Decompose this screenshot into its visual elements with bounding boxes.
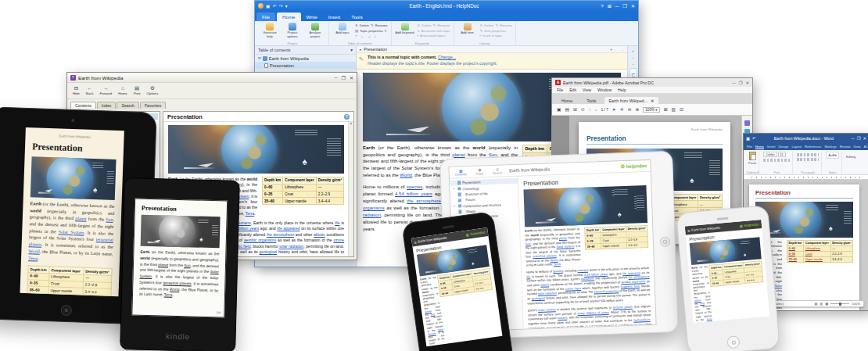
ribbon-tab[interactable]: Layout bbox=[791, 145, 802, 149]
zoom-out-icon[interactable]: ⊖ bbox=[628, 107, 632, 112]
mobile-content[interactable]: Presentation ♠ Earth (or the Earth), oth… bbox=[686, 228, 769, 323]
text-link[interactable]: Terra bbox=[246, 211, 254, 216]
text-link[interactable]: many millions of years bbox=[577, 311, 608, 315]
zoom-slider[interactable] bbox=[830, 303, 849, 304]
text-link[interactable]: the atmosphere bbox=[267, 232, 294, 237]
menu-item[interactable]: Edit bbox=[569, 88, 576, 92]
add-keyword-button[interactable]: Add keyword bbox=[395, 23, 415, 38]
hand-tool-icon[interactable]: ✛ bbox=[620, 107, 624, 112]
text-link[interactable]: World bbox=[170, 287, 179, 291]
home-button[interactable] bbox=[61, 305, 72, 316]
help-icon[interactable]: ? bbox=[601, 3, 603, 9]
mail-icon[interactable]: ✉ bbox=[573, 107, 577, 112]
change-link[interactable]: Change... bbox=[438, 55, 456, 59]
text-link[interactable]: Terra bbox=[28, 256, 38, 260]
text-link[interactable]: humans bbox=[577, 269, 588, 272]
text-link[interactable]: life appeared bbox=[622, 271, 640, 275]
text-link[interactable]: magnetic field bbox=[621, 285, 640, 288]
print-layout-icon[interactable]: ▥ bbox=[820, 302, 823, 306]
maximize-icon[interactable]: ❐ bbox=[622, 3, 627, 9]
tab-write[interactable]: Write bbox=[301, 13, 323, 21]
close-icon[interactable]: ✕ bbox=[350, 75, 353, 81]
ribbon-tab[interactable]: ACROBAT bbox=[864, 145, 868, 149]
text-link[interactable]: outer surface bbox=[538, 308, 556, 312]
previous-page-icon[interactable]: ↑ bbox=[589, 107, 591, 112]
text-link[interactable]: terrestrial planets bbox=[163, 281, 191, 285]
undo-icon[interactable]: ↶ bbox=[273, 3, 277, 9]
chm-tab[interactable]: Search bbox=[117, 102, 138, 109]
maximize-icon[interactable]: ❐ bbox=[342, 75, 346, 81]
text-link[interactable]: abiotic bbox=[314, 232, 325, 237]
text-link[interactable]: tectonic plates bbox=[613, 306, 633, 310]
minimize-icon[interactable]: ─ bbox=[733, 81, 736, 85]
toolbar-button[interactable]: ⌂Home bbox=[118, 86, 127, 95]
helpndoc-logo[interactable]: ⚙helpndoc bbox=[739, 222, 759, 228]
text-link[interactable]: geological bbox=[532, 297, 545, 301]
item-delete-rename-row[interactable]: ✕Delete✎Rename bbox=[480, 23, 513, 27]
keyword-delete-rename-row[interactable]: ✕Delete✎Rename bbox=[418, 23, 450, 27]
close-icon[interactable]: ✕ bbox=[745, 81, 749, 85]
ribbon-tab[interactable]: View bbox=[854, 145, 861, 149]
text-link[interactable]: planet bbox=[452, 152, 464, 157]
ribbon-tab[interactable]: Review bbox=[840, 145, 851, 149]
scrollbar[interactable]: ▲ bbox=[348, 122, 353, 256]
chm-tab[interactable]: Favorites bbox=[140, 102, 166, 109]
generate-help-button[interactable]: Generate help bbox=[260, 23, 280, 39]
ribbon-tab[interactable]: References bbox=[805, 145, 821, 149]
chm-tab[interactable]: Contents bbox=[70, 102, 96, 109]
text-link[interactable]: aerobic organisms bbox=[244, 238, 276, 242]
menu-icon[interactable]: ≡ bbox=[414, 239, 417, 244]
next-page-icon[interactable]: ↓ bbox=[595, 107, 597, 112]
font-size-select[interactable]: 11 bbox=[778, 152, 786, 157]
zoom-in-icon[interactable]: ⊕ bbox=[635, 107, 639, 112]
save-icon[interactable]: ▣ bbox=[266, 3, 271, 9]
save-icon[interactable]: ▣ bbox=[746, 136, 750, 141]
helpndoc-app-icon[interactable] bbox=[258, 3, 264, 9]
text-link[interactable]: Terra bbox=[554, 263, 561, 266]
associate-with-topic-button[interactable]: ∞Associate with topic bbox=[418, 29, 450, 33]
tool-icon[interactable] bbox=[744, 120, 750, 126]
text-link[interactable]: solar radiation bbox=[279, 244, 303, 249]
zoom-level[interactable]: 100% ▾ bbox=[643, 107, 659, 113]
paragraph-icons[interactable] bbox=[797, 158, 819, 161]
help-site-content[interactable]: Presentation ♠ Earth (or the Earth), oth… bbox=[518, 172, 656, 329]
text-link[interactable]: Sun bbox=[184, 263, 190, 267]
back-icon[interactable]: ← bbox=[615, 48, 619, 52]
pin-icon[interactable]: ▾ bbox=[350, 48, 353, 52]
toc-child-item[interactable]: Presentation bbox=[255, 62, 356, 69]
topic-properties-button[interactable]: ▤Topic properties▾ bbox=[355, 29, 388, 33]
tab-insert[interactable]: Insert bbox=[323, 13, 346, 21]
ribbon-tab[interactable]: Design bbox=[778, 145, 788, 149]
close-tab-icon[interactable]: ✕ bbox=[651, 98, 654, 103]
text-link[interactable]: World bbox=[400, 173, 412, 177]
topic-move-arrows[interactable]: ↑←→↓ bbox=[355, 34, 388, 38]
add-topic-button[interactable]: Add topic bbox=[332, 23, 353, 38]
chm-tab[interactable]: Index bbox=[97, 102, 117, 109]
document-tab[interactable]: Earth from Wikiped...✕ bbox=[604, 97, 659, 104]
panel-box-icon[interactable]: ⊡ bbox=[680, 107, 683, 112]
text-link[interactable]: ozone layer bbox=[565, 287, 581, 291]
text-link[interactable]: abiotic bbox=[540, 284, 549, 287]
paste-button[interactable]: Paste bbox=[748, 152, 756, 165]
text-link[interactable]: 4.54 billion years bbox=[395, 192, 432, 196]
text-link[interactable]: humans bbox=[237, 220, 251, 225]
toolbar-button[interactable]: →Forward bbox=[99, 86, 112, 95]
web-layout-icon[interactable]: ▦ bbox=[825, 302, 828, 306]
select-tool-icon[interactable]: ➤ bbox=[612, 107, 616, 112]
item-properties-button[interactable]: ✎Item properties bbox=[480, 29, 513, 33]
back-icon[interactable]: ← bbox=[632, 56, 635, 59]
menu-item[interactable]: Help bbox=[618, 88, 626, 92]
analyze-project-button[interactable]: Analyze project bbox=[305, 23, 325, 39]
text-link[interactable]: planet bbox=[559, 237, 567, 240]
home-button[interactable] bbox=[660, 237, 670, 247]
insert-in-topic-button[interactable]: ▪Insert in topic bbox=[480, 34, 513, 38]
menu-item[interactable]: File bbox=[557, 88, 563, 92]
associated-topics-button[interactable]: ▪Associated topics bbox=[418, 34, 450, 38]
tab-contents[interactable]: ▦Contents bbox=[452, 168, 469, 177]
text-link[interactable]: the atmosphere bbox=[407, 199, 441, 203]
menu-item[interactable]: Window bbox=[597, 88, 612, 92]
font-format-icons[interactable] bbox=[763, 159, 790, 162]
tab-tools[interactable]: Tools bbox=[580, 97, 602, 104]
minimize-icon[interactable]: ─ bbox=[615, 3, 619, 9]
maximize-icon[interactable]: ❐ bbox=[857, 136, 861, 141]
